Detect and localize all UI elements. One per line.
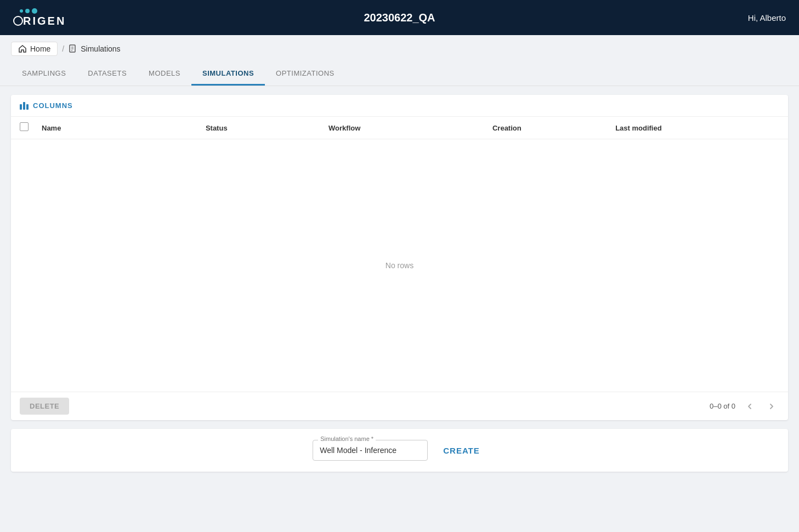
breadcrumb: Home / Simulations: [0, 35, 799, 63]
create-button[interactable]: CREATE: [437, 442, 486, 460]
tabs-bar: SAMPLINGS DATASETS MODELS SIMULATIONS OP…: [0, 63, 799, 86]
chevron-right-icon: [767, 402, 776, 411]
columns-label: COLUMNS: [33, 101, 73, 110]
pagination-next-button[interactable]: [764, 401, 779, 412]
app-header: RIGEN 20230622_QA Hi, Alberto: [0, 0, 799, 35]
breadcrumb-current: Simulations: [69, 44, 120, 53]
breadcrumb-home-link[interactable]: Home: [11, 42, 58, 56]
col-header-name: Name: [42, 124, 206, 132]
table-footer: DELETE 0–0 of 0: [11, 392, 788, 420]
tab-models[interactable]: MODELS: [138, 63, 191, 86]
col-header-creation: Creation: [492, 124, 615, 132]
create-form: Simulation's name * CREATE: [11, 429, 788, 472]
logo-dot-3: [32, 8, 37, 14]
col-bar-1: [20, 104, 22, 110]
header-title: 20230622_QA: [364, 12, 435, 24]
home-icon: [18, 44, 27, 53]
pagination: 0–0 of 0: [710, 401, 779, 412]
tab-datasets[interactable]: DATASETS: [77, 63, 138, 86]
user-greeting: Hi, Alberto: [748, 13, 786, 22]
tab-optimizations[interactable]: OPTIMIZATIONS: [265, 63, 345, 86]
breadcrumb-current-label: Simulations: [81, 44, 120, 53]
logo-dot-1: [20, 9, 23, 13]
logo-dot-2: [25, 9, 30, 13]
select-all-checkbox-cell[interactable]: [20, 122, 42, 133]
simulation-name-field-container: Simulation's name *: [313, 440, 428, 461]
breadcrumb-separator: /: [62, 44, 64, 53]
pagination-prev-button[interactable]: [742, 401, 757, 412]
pagination-info: 0–0 of 0: [710, 402, 735, 410]
columns-icon: [20, 102, 29, 110]
col-bar-2: [23, 102, 25, 110]
col-header-status: Status: [206, 124, 328, 132]
logo-circle-o: [13, 16, 23, 26]
main-table-panel: COLUMNS Name Status Workflow Creation La…: [11, 95, 788, 420]
table-body: No rows: [11, 139, 788, 392]
select-all-checkbox[interactable]: [20, 122, 29, 131]
document-icon: [69, 44, 77, 53]
tab-samplings[interactable]: SAMPLINGS: [11, 63, 77, 86]
chevron-left-icon: [745, 402, 754, 411]
delete-button[interactable]: DELETE: [20, 398, 69, 415]
empty-table-message: No rows: [386, 261, 413, 270]
columns-header[interactable]: COLUMNS: [11, 95, 788, 117]
col-bar-3: [26, 104, 29, 110]
tab-simulations[interactable]: SIMULATIONS: [191, 63, 265, 86]
logo: RIGEN: [13, 8, 66, 27]
table-header: Name Status Workflow Creation Last modif…: [11, 117, 788, 139]
simulation-name-label: Simulation's name *: [318, 435, 376, 442]
simulation-name-input[interactable]: [313, 440, 428, 461]
col-header-last-modified: Last modified: [615, 124, 779, 132]
logo-text: RIGEN: [23, 15, 66, 27]
col-header-workflow: Workflow: [328, 124, 492, 132]
breadcrumb-home-label: Home: [30, 44, 50, 53]
